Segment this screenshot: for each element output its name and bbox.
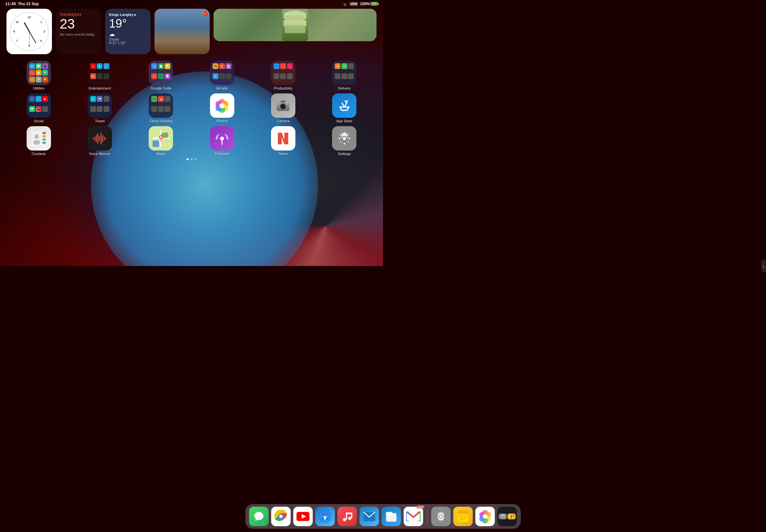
news-widget-1[interactable]: 🍎 THE TIMES First time buyers: Where to … [154,9,210,54]
gmeet-icon: 📹 [158,73,164,79]
clock-widget[interactable]: 12 1 3 5 6 7 9 10 [6,9,52,54]
app-maps[interactable]: Maps [132,126,190,156]
app-settings-label: Settings [338,152,351,156]
weather-temp: 19° [109,17,147,30]
travel-icon-5 [97,106,103,112]
app-photos-label: Photos [216,119,227,123]
news-icon-svg [275,131,291,146]
weather-location: Kings Langley ▸ [109,13,147,17]
page-dot-1 [187,158,188,160]
ent-icon-5 [97,73,103,79]
app-google-suite-label: Google Suite [151,86,171,90]
delivery-icon-2: 🚚 [341,63,347,69]
arcade-icon-5 [219,73,225,79]
svg-rect-9 [280,101,286,103]
svg-rect-17 [43,132,46,134]
app-maps-label: Maps [156,152,165,156]
svg-point-14 [286,102,287,103]
ent-icon-4: ▶ [90,73,96,79]
page-dots [6,158,376,160]
svg-rect-28 [101,133,102,144]
app-google-suite[interactable]: G 📄 📊 △ 📹 📑 Google Suite [132,61,190,90]
gdrive-icon: △ [151,73,157,79]
contacts-icon-svg [31,131,46,146]
svg-rect-23 [92,138,93,139]
svg-rect-29 [102,135,103,142]
gslides-icon: 📑 [164,73,170,79]
photos-icon-svg [214,98,230,114]
app-entertainment[interactable]: N ▶ ▷ ▶ Entertainment [71,61,128,90]
page-dot-3 [194,158,196,160]
app-voice-memos-label: Voice Memos [89,152,110,156]
status-bar: 11:45 Thu 23 Sep VPN 100% ⚡ [0,0,383,7]
wifi-icon [342,2,347,6]
social-icon-6 [42,106,48,112]
svg-point-36 [160,136,162,138]
app-photos[interactable]: Photos [193,93,251,123]
app-entertainment-label: Entertainment [89,86,111,90]
app-contacts-label: Contacts [31,152,45,156]
cg-icon-4 [151,106,157,112]
delivery-icon-1: 🛍 [334,63,340,69]
stadia-icon: 🎮 [151,96,157,102]
weather-icon: ☁ [109,30,147,38]
app-cloud-gaming-label: Cloud Gaming [150,119,172,123]
twitter-icon: 🐦 [36,96,42,102]
weather-widget[interactable]: Kings Langley ▸ 19° ☁ Cloudy H:21° L:10° [105,9,151,54]
apps-row-2: f 🐦 ▶ 💬 📷 Social ✈ 🗺 [6,93,376,123]
app-contacts[interactable]: Contacts [10,126,67,156]
prod-icon-5 [280,73,286,79]
folder-icon-3: 📱 [42,63,48,69]
podcasts-icon-svg [214,131,230,146]
folder-icon-1: ⚙ [29,63,35,69]
news-widget-2[interactable] [213,9,376,41]
app-appstore-label: App Store [336,119,352,123]
delivery-icon-5 [341,73,347,79]
app-social[interactable]: f 🐦 ▶ 💬 📷 Social [10,93,67,123]
app-voice-memos[interactable]: Voice Memos [71,126,128,156]
calendar-widget[interactable]: THURSDAY 23 No more events today [56,9,101,54]
arcade-icon-6 [225,73,231,79]
app-camera[interactable]: Camera [254,93,312,123]
app-arcade[interactable]: 🎮 🎯 🃏 ⚡ Arcade [193,61,251,90]
svg-point-21 [34,134,39,139]
second-hand [29,31,30,46]
folder-icon-8: 📡 [36,77,42,82]
weather-condition: Cloudy [109,38,147,41]
prod-icon-1: 📘 [273,63,279,69]
prod-icon-2: 📌 [280,63,286,69]
whatsapp-icon: 💬 [29,106,35,112]
svg-rect-31 [105,138,106,139]
appstore-icon-svg [337,99,351,113]
instagram-icon: 📷 [36,106,42,112]
travel-icon-6 [103,106,109,112]
gsheets-icon: 📊 [164,63,170,69]
xbox-icon: ☁ [158,96,164,102]
app-utilities[interactable]: ⚙ 📊 📱 🔧 📋 💡 🔒 📡 🛠 Utilities [10,61,67,90]
calendar-date: 23 [60,17,97,31]
app-delivery[interactable]: 🛍 🚚 Delivery [315,61,373,90]
cg-icon-3 [164,96,170,102]
delivery-icon-4 [334,73,340,79]
svg-rect-34 [152,140,159,147]
camera-icon-svg [274,97,291,114]
app-news[interactable]: News [254,126,312,156]
travel-icon-2: 🗺 [97,96,103,102]
app-settings[interactable]: Settings [315,126,373,156]
arcade-icon-4: ⚡ [213,73,218,79]
arcade-icon-2: 🎯 [219,63,225,69]
battery-indicator: 100% ⚡ [360,2,378,6]
folder-icon-4: 🔧 [29,70,35,76]
app-productivity[interactable]: 📘 📌 📎 Productivity [254,61,312,90]
app-cloud-gaming[interactable]: 🎮 ☁ Cloud Gaming [132,93,190,123]
app-podcasts[interactable]: Podcasts [193,126,251,156]
prime-icon: ▷ [103,63,109,69]
delivery-icon-3 [348,63,354,69]
prod-icon-6 [287,73,293,79]
svg-point-6 [219,103,225,108]
app-travel[interactable]: ✈ 🗺 Travel [71,93,128,123]
svg-rect-24 [94,137,95,140]
app-appstore[interactable]: App Store [315,93,373,123]
travel-icon-4 [90,106,96,112]
apps-row-3: Contacts [6,126,376,156]
